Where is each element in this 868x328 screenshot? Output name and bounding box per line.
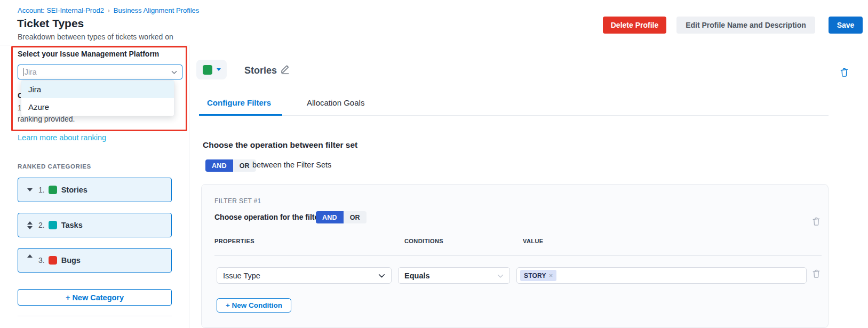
category-color-dot (49, 256, 57, 265)
filters-operation-label: Choose operation for the filters (214, 213, 325, 221)
sidebar-divider (189, 45, 189, 328)
category-label: Bugs (61, 256, 81, 265)
value-tag: STORY × (520, 270, 556, 281)
learn-more-link[interactable]: Learn more about ranking (18, 133, 106, 142)
move-down-icon[interactable] (27, 226, 33, 229)
value-input[interactable]: STORY × (516, 267, 807, 284)
platform-select-input[interactable]: Jira (18, 65, 182, 79)
filter-operation-heading: Choose the operation between filter set (203, 140, 357, 150)
platform-dropdown-menu: Jira Azure (21, 80, 174, 116)
category-card-bugs[interactable]: 3. Bugs (18, 248, 172, 273)
column-header-properties: PROPERTIES (214, 238, 254, 244)
condition-select-value: Equals (404, 271, 430, 280)
move-down-icon[interactable] (27, 188, 33, 191)
active-tab-underline (199, 114, 282, 116)
delete-profile-button[interactable]: Delete Profile (603, 17, 666, 34)
category-color-dot (49, 186, 57, 194)
property-select[interactable]: Issue Type (217, 267, 392, 284)
tab-allocation-goals[interactable]: Allocation Goals (307, 98, 364, 107)
page-title: Ticket Types (17, 17, 84, 30)
between-filter-sets-text: between the Filter Sets (252, 161, 331, 169)
filter-set-operator-toggle[interactable]: AND OR (205, 159, 256, 172)
move-up-icon[interactable] (27, 221, 33, 225)
breadcrumb: Account: SEI-Internal-Prod2 › Business A… (18, 6, 199, 14)
edit-profile-button[interactable]: Edit Profile Name and Description (676, 17, 815, 34)
new-condition-button[interactable]: + New Condition (217, 298, 291, 313)
filter-set-card (201, 184, 829, 328)
tabs-divider (199, 115, 829, 116)
category-card-tasks[interactable]: 2. Tasks (18, 213, 172, 237)
dropdown-option-azure[interactable]: Azure (21, 98, 174, 116)
filters-operator-toggle[interactable]: AND OR (316, 211, 367, 223)
platform-select-label: Select your Issue Management Platform (18, 50, 159, 58)
or-option[interactable]: OR (344, 211, 367, 223)
filter-set-title: FILTER SET #1 (214, 197, 261, 205)
category-rank: 2. (38, 221, 45, 229)
ranked-categories-header: RANKED CATEGORIES (18, 163, 91, 170)
save-button[interactable]: Save (829, 17, 863, 34)
column-header-conditions: CONDITIONS (404, 238, 443, 244)
category-color-picker[interactable] (196, 60, 227, 79)
category-label: Stories (61, 186, 87, 194)
category-label: Tasks (61, 221, 83, 229)
breadcrumb-separator-icon: › (108, 7, 110, 14)
new-category-button[interactable]: + New Category (18, 289, 172, 306)
page-subtitle: Breakdown between types of tickets worke… (18, 33, 173, 41)
delete-category-icon[interactable] (839, 67, 849, 79)
category-color-dot (49, 221, 57, 229)
category-card-stories[interactable]: 1. Stories (18, 178, 172, 202)
delete-condition-icon[interactable] (811, 269, 821, 281)
sidebar-bottom-divider (18, 316, 172, 316)
category-rank: 1. (38, 186, 45, 194)
caret-down-icon (217, 68, 221, 71)
move-up-icon[interactable] (27, 254, 33, 258)
color-swatch (203, 65, 212, 75)
property-select-value: Issue Type (223, 271, 260, 280)
edit-name-icon[interactable] (280, 63, 291, 77)
breadcrumb-section-link[interactable]: Business Alignment Profiles (114, 6, 199, 14)
filter-set-divider (214, 255, 822, 256)
chevron-down-icon (497, 271, 504, 281)
value-tag-label: STORY (524, 272, 546, 279)
category-rank: 3. (38, 256, 45, 265)
header-divider (0, 45, 189, 45)
remove-tag-icon[interactable]: × (549, 271, 553, 279)
text-cursor (23, 68, 23, 76)
and-option[interactable]: AND (316, 211, 344, 223)
chevron-down-icon (378, 271, 385, 281)
and-option[interactable]: AND (205, 159, 233, 172)
chevron-down-icon (171, 67, 177, 77)
condition-select[interactable]: Equals (398, 267, 510, 284)
tab-configure-filters[interactable]: Configure Filters (207, 98, 271, 107)
delete-filter-set-icon[interactable] (811, 217, 821, 228)
platform-select-placeholder: Jira (25, 68, 37, 76)
breadcrumb-account-link[interactable]: Account: SEI-Internal-Prod2 (18, 6, 104, 14)
column-header-value: VALUE (523, 238, 543, 244)
category-name-heading: Stories (244, 65, 277, 76)
dropdown-option-jira[interactable]: Jira (21, 81, 174, 98)
